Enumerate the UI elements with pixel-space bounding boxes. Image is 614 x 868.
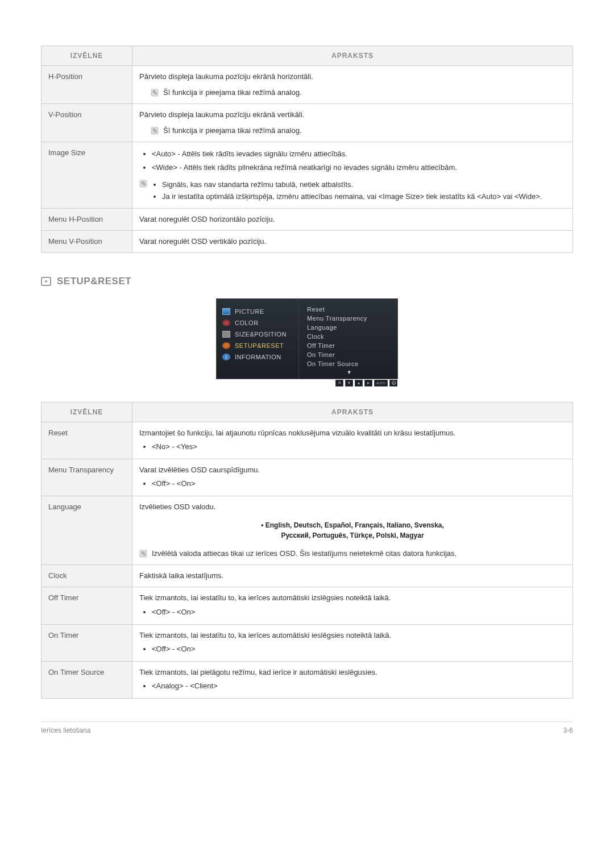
row-menuH-desc: Varat noregulēt OSD horizontālo pozīciju… xyxy=(132,208,573,230)
page-footer: Ierīces lietošana 3-6 xyxy=(41,721,573,734)
col-menu2: IZVĒLNE xyxy=(42,402,132,422)
color-icon xyxy=(222,319,230,326)
info-icon: i xyxy=(222,354,230,360)
imagesize-opt-auto: <Auto> - Attēls tiek rādīts ievades sign… xyxy=(152,148,566,160)
note-icon: ✎ xyxy=(151,127,159,135)
row-reset-name: Reset xyxy=(42,422,132,459)
osd-menu-right: Reset Menu Transparency Language Clock O… xyxy=(299,299,397,379)
row-ont-name: On Timer xyxy=(42,624,132,661)
imagesize-note2: Ja ir iestatīta optimālā izšķirtspēja, i… xyxy=(162,191,542,202)
note-icon: ✎ xyxy=(139,180,147,188)
osd-btn-down: ▾ xyxy=(345,380,353,387)
section-title: SETUP&RESET xyxy=(57,276,131,287)
vposition-note: Šī funkcija ir pieejama tikai režīmā ana… xyxy=(163,126,302,135)
osd-r-ont: On Timer xyxy=(307,350,392,359)
osd-btn-power: ⏻ xyxy=(389,380,397,387)
reset-options: <No> - <Yes> xyxy=(152,441,566,453)
row-lang-desc: Izvēlieties OSD valodu. English, Deutsch… xyxy=(132,496,573,565)
imagesize-opt-wide: <Wide> - Attēls tiek rādīts pilnekrāna r… xyxy=(152,161,566,174)
row-offt-desc: Tiek izmantots, lai iestatītu to, ka ier… xyxy=(132,587,573,624)
vposition-desc-text: Pārvieto displeja laukuma pozīciju ekrān… xyxy=(139,109,566,121)
footer-page-number: 3-6 xyxy=(563,726,573,734)
col-desc2: APRAKSTS xyxy=(132,402,573,422)
osd-r-onts: On Timer Source xyxy=(307,359,392,368)
hposition-note: Šī funkcija ir pieejama tikai režīmā ana… xyxy=(163,88,302,97)
hposition-desc-text: Pārvieto displeja laukuma pozīciju ekrān… xyxy=(139,70,566,83)
onts-desc-text: Tiek izmantots, lai pielāgotu režīmu, ka… xyxy=(139,666,566,679)
offt-desc-text: Tiek izmantots, lai iestatītu to, ka ier… xyxy=(139,592,566,604)
osd-r-mtrans: Menu Transparency xyxy=(307,314,392,323)
osd-menu-left: PICTURE COLOR SIZE&POSITION SETUP&RESET … xyxy=(217,299,299,379)
imagesize-note1: Signāls, kas nav standarta režīmu tabulā… xyxy=(162,179,542,190)
lang-list-line1: English, Deutsch, Español, Français, Ita… xyxy=(261,521,444,529)
row-mtrans-desc: Varat izvēlēties OSD caurspīdīgumu. <Off… xyxy=(132,459,573,496)
row-offt-name: Off Timer xyxy=(42,587,132,624)
row-hposition-name: H-Position xyxy=(42,66,132,104)
offt-options: <Off> - <On> xyxy=(152,606,566,618)
lang-desc-text: Izvēlieties OSD valodu. xyxy=(139,501,566,513)
osd-button-bar: ✕ ▾ ▴ ▸ AUTO ⏻ xyxy=(335,380,397,387)
row-menuH-name: Menu H-Position xyxy=(42,208,132,230)
mtrans-desc-text: Varat izvēlēties OSD caurspīdīgumu. xyxy=(139,464,566,476)
osd-btn-auto: AUTO xyxy=(374,380,388,387)
ont-options: <Off> - <On> xyxy=(152,643,566,655)
lang-list: English, Deutsch, Español, Français, Ita… xyxy=(139,520,566,541)
row-menuV-name: Menu V-Position xyxy=(42,230,132,252)
row-onts-desc: Tiek izmantots, lai pielāgotu režīmu, ka… xyxy=(132,661,573,698)
osd-screenshot: PICTURE COLOR SIZE&POSITION SETUP&RESET … xyxy=(41,298,573,379)
row-ont-desc: Tiek izmantots, lai iestatītu to, ka ier… xyxy=(132,624,573,661)
row-imagesize-desc: <Auto> - Attēls tiek rādīts ievades sign… xyxy=(132,142,573,208)
lang-note: Izvēlētā valoda attiecas tikai uz ierīce… xyxy=(152,549,457,558)
osd-r-lang: Language xyxy=(307,323,392,332)
row-menuV-desc: Varat noregulēt OSD vertikālo pozīciju. xyxy=(132,230,573,252)
row-hposition-desc: Pārvieto displeja laukuma pozīciju ekrān… xyxy=(132,66,573,104)
setup-reset-table: IZVĒLNE APRAKSTS Reset Izmantojiet šo fu… xyxy=(41,402,573,699)
row-mtrans-name: Menu Transparency xyxy=(42,459,132,496)
osd-r-offt: Off Timer xyxy=(307,341,392,350)
col-menu: IZVĒLNE xyxy=(42,46,132,66)
osd-color: COLOR xyxy=(235,319,259,326)
osd-info: INFORMATION xyxy=(235,354,281,360)
lang-list-line2: Русский, Português, Türkçe, Polski, Magy… xyxy=(281,531,424,539)
osd-size: SIZE&POSITION xyxy=(235,331,287,338)
row-reset-desc: Izmantojiet šo funkciju, lai atjaunotu r… xyxy=(132,422,573,459)
row-clock-name: Clock xyxy=(42,565,132,587)
row-vposition-desc: Pārvieto displeja laukuma pozīciju ekrān… xyxy=(132,104,573,142)
col-desc: APRAKSTS xyxy=(132,46,573,66)
osd-picture: PICTURE xyxy=(235,308,264,315)
mtrans-options: <Off> - <On> xyxy=(152,477,566,490)
osd-r-reset: Reset xyxy=(307,305,392,314)
osd-btn-right: ▸ xyxy=(364,380,372,387)
section-heading: SETUP&RESET xyxy=(41,276,573,287)
size-icon xyxy=(222,331,230,338)
size-position-table: IZVĒLNE APRAKSTS H-Position Pārvieto dis… xyxy=(41,45,573,253)
reset-desc-text: Izmantojiet šo funkciju, lai atjaunotu r… xyxy=(139,427,566,439)
ont-desc-text: Tiek izmantots, lai iestatītu to, ka ier… xyxy=(139,629,566,642)
row-imagesize-name: Image Size xyxy=(42,142,132,208)
footer-section: Ierīces lietošana xyxy=(41,726,90,734)
row-clock-desc: Faktiskā laika iestatījums. xyxy=(132,565,573,587)
osd-arrow-down-icon: ▼ xyxy=(307,368,392,376)
row-vposition-name: V-Position xyxy=(42,104,132,142)
osd-setup: SETUP&RESET xyxy=(235,342,284,349)
note-icon: ✎ xyxy=(151,89,159,97)
setup-reset-icon xyxy=(41,277,51,286)
onts-options: <Analog> - <Client> xyxy=(152,680,566,692)
picture-icon xyxy=(222,308,230,315)
osd-r-clock: Clock xyxy=(307,332,392,341)
note-icon: ✎ xyxy=(139,550,147,558)
setup-icon xyxy=(222,342,230,349)
osd-btn-up: ▴ xyxy=(355,380,363,387)
row-onts-name: On Timer Source xyxy=(42,661,132,698)
row-lang-name: Language xyxy=(42,496,132,565)
osd-btn-close: ✕ xyxy=(335,380,343,387)
